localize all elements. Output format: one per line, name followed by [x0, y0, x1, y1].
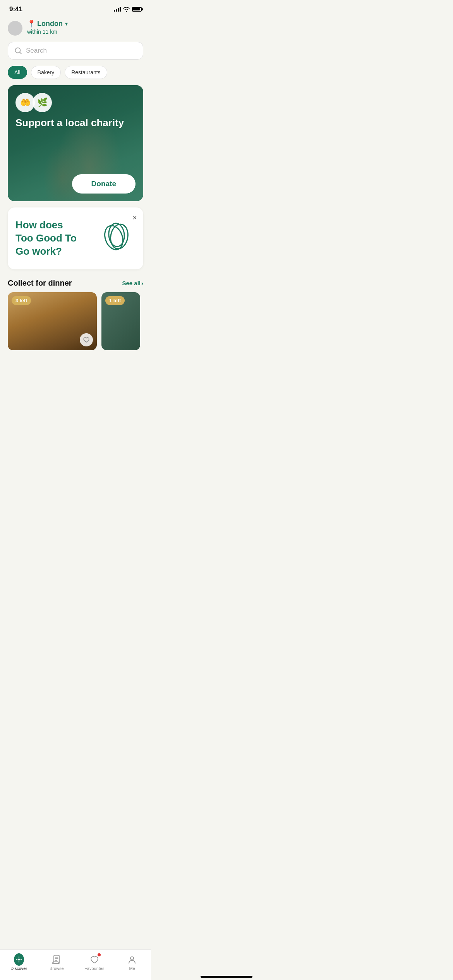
- status-time: 9:41: [9, 5, 22, 13]
- food-card-2[interactable]: 1 left: [101, 292, 140, 350]
- chevron-down-icon: ▾: [65, 21, 68, 27]
- food-card-1[interactable]: 3 left: [8, 292, 97, 350]
- search-placeholder: Search: [26, 47, 47, 55]
- location-distance: within 11 km: [27, 29, 68, 35]
- category-strip: All Bakery Restaurants: [0, 66, 151, 85]
- search-bar[interactable]: Search: [8, 42, 143, 60]
- status-icons: [114, 7, 142, 12]
- charity-banner: 🤲 🌿 Support a local charity Donate: [8, 85, 143, 201]
- section-title: Collect for dinner: [8, 279, 72, 288]
- svg-line-1: [20, 52, 22, 54]
- signal-icon: [114, 7, 121, 12]
- food-card-heart-1[interactable]: [80, 333, 93, 346]
- charity-icon-hands: 🤲: [15, 93, 35, 112]
- see-all-label: See all: [122, 280, 141, 286]
- battery-icon: [132, 7, 142, 12]
- category-all[interactable]: All: [8, 66, 27, 79]
- location-city[interactable]: 📍 London ▾: [27, 19, 68, 28]
- food-card-badge-1: 3 left: [12, 296, 31, 305]
- wifi-icon: [123, 7, 130, 12]
- charity-bottom: Donate: [15, 174, 136, 194]
- search-icon: [14, 47, 22, 55]
- status-bar: 9:41: [0, 0, 151, 16]
- chevron-right-icon: ›: [141, 280, 143, 286]
- see-all-link[interactable]: See all ›: [122, 280, 143, 286]
- food-cards-row: 3 left 1 left: [0, 292, 151, 358]
- avatar: [8, 21, 22, 36]
- location-pin-icon: 📍: [27, 19, 36, 28]
- info-card: × How does Too Good To Go work?: [8, 207, 143, 269]
- collect-section-header: Collect for dinner See all ›: [0, 276, 151, 292]
- charity-content: 🤲 🌿 Support a local charity Donate: [8, 85, 143, 201]
- category-restaurants[interactable]: Restaurants: [65, 66, 107, 79]
- tgtg-logo-container: [99, 220, 134, 257]
- charity-icons-row: 🤲 🌿: [15, 93, 136, 112]
- charity-title: Support a local charity: [15, 117, 136, 129]
- city-name: London: [37, 20, 63, 28]
- header: 📍 London ▾ within 11 km: [0, 16, 151, 40]
- charity-icon-leaf: 🌿: [33, 93, 52, 112]
- tgtg-logo-icon: [99, 220, 134, 255]
- location-info[interactable]: 📍 London ▾ within 11 km: [27, 19, 68, 35]
- donate-button[interactable]: Donate: [72, 174, 136, 194]
- food-card-badge-2: 1 left: [105, 296, 125, 305]
- category-bakery[interactable]: Bakery: [31, 66, 61, 79]
- search-container: Search: [0, 40, 151, 66]
- info-card-question: How does Too Good To Go work?: [15, 219, 82, 258]
